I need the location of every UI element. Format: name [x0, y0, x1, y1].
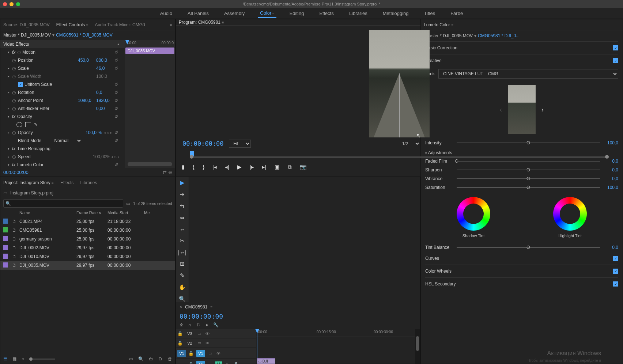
mark-in-icon[interactable]: ▮: [182, 164, 185, 170]
mask-ellipse-icon[interactable]: [16, 122, 22, 127]
workspace-menu-icon[interactable]: ≡: [272, 12, 274, 15]
new-item-menu-icon[interactable]: 🗋: [158, 356, 163, 361]
freeform-view-icon[interactable]: ○: [22, 356, 24, 361]
rotation-value[interactable]: 0,0: [96, 90, 114, 95]
extract-icon[interactable]: ⧉: [288, 164, 292, 170]
hsl-toggle[interactable]: ✓: [613, 281, 618, 287]
eye-icon[interactable]: 👁: [204, 331, 210, 336]
lum-curves[interactable]: Curves: [425, 256, 439, 261]
timeremap-label[interactable]: Time Remapping: [17, 146, 122, 151]
fx-badge-icon[interactable]: fx: [12, 146, 17, 151]
thumbnail-zoom-slider[interactable]: [29, 359, 55, 360]
track-v2[interactable]: V2: [185, 340, 194, 347]
export-frame-icon[interactable]: 📷: [300, 164, 307, 170]
tab-audio-mixer[interactable]: Audio Track Mixer: CMG0: [95, 22, 145, 27]
bracket-out-icon[interactable]: }: [203, 164, 204, 170]
project-row[interactable]: 🗋 C0021.MP4 25,00 fps 21:18:00:22: [0, 217, 175, 226]
tab-libraries[interactable]: Libraries: [80, 180, 97, 185]
solo-button[interactable]: S: [224, 362, 230, 364]
position-x[interactable]: 450,0: [78, 58, 96, 63]
reset-icon[interactable]: ↺: [114, 162, 122, 167]
workspace-editing[interactable]: Editing: [287, 9, 306, 18]
maximize-window[interactable]: [16, 2, 20, 6]
reset-icon[interactable]: ↺: [114, 114, 122, 119]
timeline-clip[interactable]: ▭ DJI_: [257, 358, 275, 364]
project-search-input[interactable]: [3, 199, 123, 208]
stopwatch-icon[interactable]: ◷: [12, 98, 18, 103]
zoom-fit-select[interactable]: Fit: [229, 140, 251, 148]
workspace-libraries[interactable]: Libraries: [347, 9, 370, 18]
lift-icon[interactable]: ▣: [275, 164, 280, 170]
col-framerate[interactable]: Frame Rate ʌ: [76, 211, 107, 215]
project-row[interactable]: 🗋 DJI_0035.MOV 29,97 fps 00:00:00:00: [0, 261, 175, 270]
anchor-y[interactable]: 1920,0: [96, 98, 114, 103]
ripple-tool-icon[interactable]: ⇆: [180, 203, 185, 209]
zoom-tool-icon[interactable]: 🔍: [179, 296, 186, 302]
slide-tool-icon[interactable]: ⊞: [180, 261, 185, 267]
vibrance-value[interactable]: 0,0: [603, 176, 618, 181]
shadow-tint-wheel[interactable]: [457, 197, 490, 231]
workspace-farbe[interactable]: Farbe: [448, 9, 465, 18]
mask-pen-icon[interactable]: ✎: [34, 122, 38, 127]
track-v1[interactable]: V1: [196, 350, 205, 357]
workspace-effects[interactable]: Effects: [317, 9, 336, 18]
project-row[interactable]: 🗋 DJI_0002.MOV 29,97 fps 00:00:00:00: [0, 243, 175, 252]
vibrance-slider[interactable]: [457, 178, 600, 179]
fx-toggle-icon[interactable]: ▭: [207, 362, 213, 364]
lum-hsl[interactable]: HSL Secondary: [425, 281, 456, 287]
col-mediastart[interactable]: Media Start: [107, 211, 144, 215]
uniform-scale-checkbox[interactable]: ✓: [18, 82, 23, 87]
list-view-icon[interactable]: ☰: [3, 356, 7, 361]
tint-balance-slider[interactable]: [457, 247, 600, 248]
linked-selection-icon[interactable]: ⚐: [197, 322, 201, 327]
tab-source[interactable]: Source: DJI_0035.MOV: [3, 22, 50, 27]
saturation-slider[interactable]: [457, 187, 600, 188]
sequence-name[interactable]: CMG05981: [185, 304, 207, 310]
tl-vscroll[interactable]: [415, 329, 420, 364]
fx-badge-icon[interactable]: fx: [12, 162, 17, 167]
timeline-content[interactable]: :00:00 00:00:15:00 00:00:30:00 ▭ DJI_: [256, 329, 415, 364]
lum-color-wheels[interactable]: Color Wheels: [425, 269, 452, 274]
workspace-color[interactable]: Color≡: [258, 9, 276, 18]
reset-icon[interactable]: ↺: [114, 106, 122, 111]
sharpen-slider[interactable]: [457, 170, 600, 170]
program-timecode-left[interactable]: 00:00:00:00: [182, 140, 224, 147]
look-prev-icon[interactable]: ‹: [498, 104, 504, 116]
bracket-in-icon[interactable]: {: [193, 164, 195, 170]
look-select[interactable]: CINE VINTAGE LUT – CMG: [438, 69, 618, 79]
scale-value[interactable]: 46,0: [96, 66, 114, 71]
reset-icon[interactable]: ↺: [114, 90, 122, 95]
mute-button[interactable]: M: [215, 361, 222, 364]
lumetri-effect-label[interactable]: Lumetri Color: [17, 162, 114, 167]
program-scrubber[interactable]: [190, 151, 609, 159]
tab-effect-controls[interactable]: Effect Controls ≡: [56, 22, 88, 27]
stopwatch-icon[interactable]: ◷: [12, 90, 18, 95]
reset-icon[interactable]: ↺: [114, 58, 122, 63]
twirl-icon[interactable]: ▾: [8, 147, 12, 151]
twirl-icon[interactable]: ▾: [8, 163, 12, 167]
reset-icon[interactable]: ↺: [114, 130, 122, 135]
twirl-icon[interactable]: ▾: [8, 50, 12, 54]
find-icon[interactable]: 🔍: [138, 356, 144, 361]
lock-icon[interactable]: 🔒: [177, 341, 183, 346]
project-row[interactable]: 🗋 germany suspen 25,00 fps 00:00:00:00: [0, 235, 175, 243]
stopwatch-icon[interactable]: ◷: [12, 154, 18, 159]
source-v1[interactable]: V1: [177, 350, 186, 357]
new-item-icon[interactable]: ▭: [129, 356, 133, 361]
rate-stretch-tool-icon[interactable]: ↔: [180, 226, 185, 232]
magnet-icon[interactable]: ∩: [188, 322, 192, 327]
track-select-tool-icon[interactable]: ⇥: [180, 191, 185, 198]
saturation-value[interactable]: 100,0: [603, 185, 618, 190]
mic-icon[interactable]: 🎤: [232, 362, 238, 364]
marker-icon[interactable]: ♦: [206, 322, 208, 327]
section-collapse-icon[interactable]: ▲: [117, 42, 122, 46]
goto-out-icon[interactable]: ▸|: [262, 164, 267, 170]
selection-tool-icon[interactable]: ▶: [180, 179, 185, 186]
opacity-value[interactable]: 100,0 %: [86, 130, 104, 135]
fadedfilm-value[interactable]: 0,0: [603, 159, 618, 164]
ec-clip-link[interactable]: CMG05981 * DJI_0035.MOV: [56, 33, 113, 38]
close-window[interactable]: [3, 2, 7, 6]
twirl-icon[interactable]: ▾: [8, 115, 12, 118]
fx-toggle-icon[interactable]: ▭: [207, 351, 213, 356]
fx-badge-icon[interactable]: fx: [12, 50, 17, 55]
